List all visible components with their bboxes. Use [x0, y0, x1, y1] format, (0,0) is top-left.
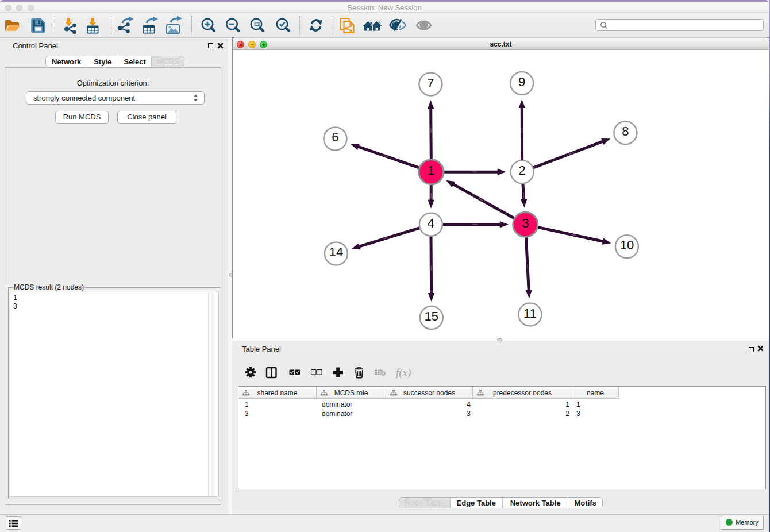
svg-text:2: 2 [519, 163, 526, 178]
svg-text:1: 1 [428, 163, 434, 178]
svg-text:4: 4 [428, 216, 434, 230]
svg-text:8: 8 [622, 124, 629, 138]
svg-text:9: 9 [518, 75, 525, 89]
svg-text:7: 7 [427, 76, 434, 90]
svg-text:10: 10 [620, 238, 634, 252]
svg-text:f(x): f(x) [396, 367, 411, 379]
svg-text:14: 14 [329, 245, 343, 259]
svg-text:15: 15 [425, 309, 438, 323]
svg-text:11: 11 [523, 306, 537, 321]
svg-text:6: 6 [332, 130, 338, 144]
svg-text:3: 3 [522, 216, 529, 230]
